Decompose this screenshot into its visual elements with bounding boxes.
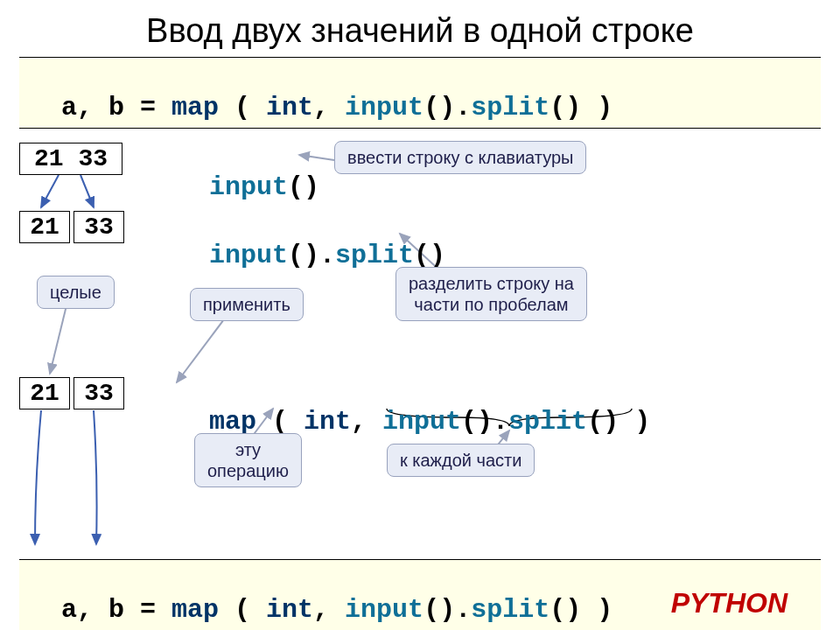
slide-title: Ввод двух значений в одной строке	[0, 0, 840, 57]
code-seg: split	[471, 93, 550, 122]
callout-keyboard: ввести строку с клавиатуры	[334, 141, 586, 174]
code-seg: map	[172, 595, 219, 625]
value-box-combined: 21 33	[19, 143, 122, 175]
code-seg: input	[345, 595, 424, 625]
code-seg: input	[209, 172, 288, 202]
callout-apply: применить	[190, 288, 304, 321]
code-seg: map	[172, 93, 219, 122]
code-seg: input	[209, 241, 288, 270]
code-seg: (	[219, 595, 266, 625]
svg-line-1	[80, 175, 94, 207]
code-seg: ().	[461, 407, 508, 437]
code-seg: ().	[424, 595, 471, 625]
callout-split-desc: разделить строку на части по пробелам	[396, 267, 587, 321]
code-seg: map	[209, 407, 256, 437]
code-seg: int	[304, 407, 351, 437]
value-box-33-int: 33	[74, 377, 124, 410]
value-box-33: 33	[74, 211, 124, 243]
code-seg: input	[382, 407, 461, 437]
code-bar-top: a, b = map ( int, input().split() )	[19, 57, 821, 129]
callout-each-part: к каждой части	[387, 444, 535, 477]
code-seg: () )	[587, 407, 650, 437]
code-seg: split	[508, 407, 587, 437]
code-seg: input	[345, 93, 424, 122]
code-seg: a, b =	[61, 93, 172, 122]
code-seg: ().	[424, 93, 471, 122]
value-box-21-int: 21	[19, 377, 70, 410]
callout-this-operation: эту операцию	[194, 433, 302, 487]
code-seg: ()	[414, 241, 445, 270]
code-seg: ,	[313, 93, 345, 122]
code-seg: ().	[288, 241, 335, 270]
code-seg: (	[219, 93, 266, 122]
code-seg: () )	[550, 595, 612, 625]
callout-whole-numbers: целые	[37, 276, 115, 309]
code-seg: () )	[550, 93, 612, 122]
code-seg: (	[256, 407, 304, 437]
diagram-stage: 21 33 input() ввести строку с клавиатуры…	[19, 129, 821, 556]
code-seg: ,	[313, 595, 345, 625]
code-seg: split	[335, 241, 414, 270]
code-seg: ()	[288, 172, 319, 202]
code-seg: int	[266, 93, 313, 122]
arrows-overlay	[19, 129, 821, 556]
code-seg: int	[266, 595, 313, 625]
code-seg: ,	[351, 407, 382, 437]
language-label: PYTHON	[671, 587, 788, 620]
code-seg: split	[471, 595, 550, 625]
code-seg: a, b =	[61, 595, 172, 625]
value-box-21: 21	[19, 211, 70, 243]
svg-line-0	[41, 175, 59, 207]
